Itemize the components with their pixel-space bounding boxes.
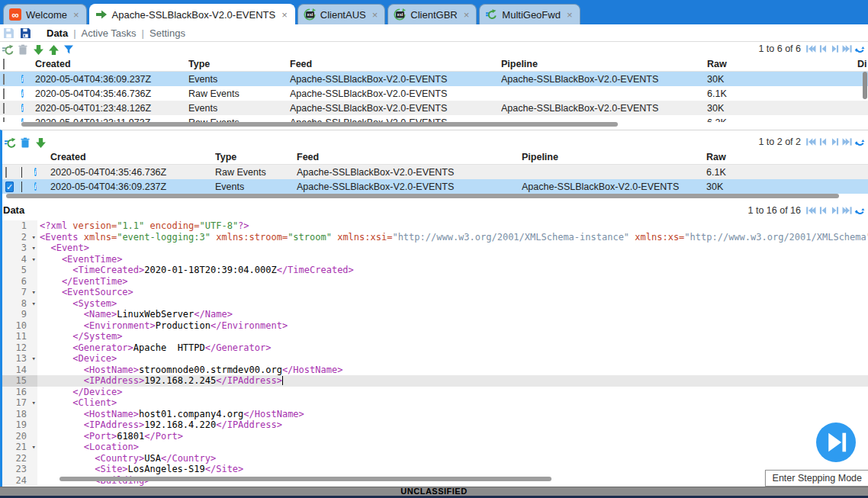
fold-icon[interactable]: ▾ [32,254,36,265]
close-icon[interactable]: × [567,9,573,21]
code-line[interactable]: 9 <Name>LinuxWebServer</Name> [2,309,868,320]
fold-icon[interactable]: ▾ [32,397,36,409]
code-line[interactable]: 14 <HostName>stroomnode00.strmdev00.org<… [2,365,868,376]
code-line[interactable]: 6 </EventTime> [2,276,868,288]
refresh-icon[interactable] [854,205,865,216]
process-icon[interactable] [5,137,16,149]
code-line[interactable]: 12 <Generator>Apache HTTPD</Generator> [2,342,868,354]
stepping-mode-button[interactable] [816,422,856,462]
column-header: Type [215,152,297,162]
horizontal-scrollbar[interactable] [21,122,618,127]
fold-icon[interactable]: ▾ [32,287,36,298]
refresh-icon[interactable] [854,137,865,147]
fold-icon[interactable]: ▾ [32,298,36,310]
first-page-icon[interactable] [805,137,816,147]
save-all-icon[interactable] [20,27,31,39]
row-checkbox[interactable] [3,88,5,99]
fold-icon[interactable]: ▾ [32,232,36,243]
select-all-checkbox[interactable] [3,59,5,69]
tab-label: ClientGBR [410,9,457,21]
tab-multigeofwd[interactable]: MultiGeoFwd × [479,4,580,24]
feed-cell: Apache-SSLBlackBox-V2.0-EVENTS [297,182,522,192]
first-page-icon[interactable] [805,205,816,216]
delete-icon[interactable] [20,137,31,149]
code-line[interactable]: 3▾ <Event> [2,243,868,254]
xsl-icon: xsl [394,8,406,21]
info-icon[interactable]: i [21,75,24,83]
tab-welcome[interactable]: ∞ Welcome × [3,4,87,24]
expander-icon[interactable] [21,167,22,178]
code-line[interactable]: 17▾ <Client> [2,397,868,409]
code-line[interactable]: 7▾ <EventSource> [2,287,868,298]
download-icon[interactable] [35,137,47,149]
expander-icon[interactable] [21,182,22,192]
code-line[interactable]: 22 <Country>USA</Country> [2,453,868,464]
tab-clientgbr[interactable]: xsl ClientGBR × [387,4,477,24]
tab-data[interactable]: Data [47,27,68,39]
prev-page-icon[interactable] [818,137,828,147]
row-checkbox[interactable] [3,103,5,114]
move-down-icon[interactable] [33,44,44,56]
vertical-scrollbar[interactable] [863,72,867,99]
code-line[interactable]: 23 <Site>LosAngeles-S19</Site> [2,464,868,475]
code-line[interactable]: 21▾ <Location> [2,442,868,453]
close-icon[interactable]: × [464,9,470,21]
table-row[interactable]: i 2020-05-04T04:35:46.736Z Raw Events Ap… [0,86,868,101]
feed-cell: Apache-SSLBlackBox-V2.0-EVENTS [290,74,501,85]
code-line[interactable]: 11 </System> [2,331,868,342]
row-checkbox[interactable] [3,117,5,123]
close-icon[interactable]: × [281,9,288,21]
process-icon[interactable] [2,44,14,56]
row-checkbox-checked[interactable]: ✓ [5,182,14,192]
row-checkbox[interactable] [5,167,7,178]
code-line[interactable]: 20 <Port>61801</Port> [2,431,868,442]
code-line[interactable]: 2▾<Events xmlns="event-logging:3" xmlns:… [2,232,868,243]
next-page-icon[interactable] [830,43,841,54]
table-row[interactable]: i 2020-05-04T04:36:09.237Z Events Apache… [0,72,868,86]
fold-icon[interactable]: ▾ [32,353,36,365]
row-checkbox[interactable] [3,74,5,85]
next-page-icon[interactable] [830,137,841,147]
fold-icon[interactable]: ▾ [32,243,36,254]
code-line[interactable]: 8▾ <System> [2,298,868,310]
table-row[interactable]: ✓ i 2020-05-04T04:36:09.237Z Events Apac… [2,179,868,194]
code-line[interactable]: 10 <Environment>Production</Environment> [2,320,868,332]
prev-page-icon[interactable] [818,205,828,216]
info-icon[interactable]: i [21,104,24,112]
table-row[interactable]: i 2020-05-04T04:35:46.736Z Raw Events Ap… [2,165,868,179]
last-page-icon[interactable] [842,205,853,216]
next-page-icon[interactable] [830,205,841,216]
prev-page-icon[interactable] [818,43,828,54]
refresh-icon[interactable] [854,43,865,54]
code-line[interactable]: 18 <HostName>host01.company4.org</HostNa… [2,409,868,420]
info-icon[interactable]: i [21,89,24,98]
close-icon[interactable]: × [73,9,79,21]
code-line[interactable]: 13▾ <Device> [2,353,868,365]
first-page-icon[interactable] [805,43,816,54]
code-line[interactable]: 5 <TimeCreated>2020-01-18T20:39:04.000Z<… [2,265,868,276]
tab-clientaus[interactable]: xsl ClientAUS × [297,4,386,24]
code-line[interactable]: 16 </Device> [2,387,868,398]
move-up-icon[interactable] [48,44,59,56]
code-line[interactable]: 4▾ <EventTime> [2,254,868,265]
close-icon[interactable]: × [372,9,378,21]
code-editor[interactable]: 1<?xml version="1.1" encoding="UTF-8"?>2… [2,220,868,487]
table-row[interactable]: i 2020-05-04T01:23:48.126Z Events Apache… [0,101,868,115]
tab-active-tasks[interactable]: Active Tasks [82,27,137,39]
code-line[interactable]: 19 <IPAddress>192.168.4.220</IPAddress> [2,419,868,431]
table-row[interactable]: i 2020-05-04T01:23:11.973Z Raw Events Ap… [0,115,868,122]
last-page-icon[interactable] [842,43,853,54]
tab-apache-events[interactable]: Apache-SSLBlackBox-V2.0-EVENTS × [89,4,295,24]
delete-icon[interactable] [18,44,29,56]
info-icon[interactable]: i [34,182,37,191]
tab-settings[interactable]: Settings [149,27,185,39]
save-icon[interactable] [3,27,14,39]
info-icon[interactable]: i [34,168,37,176]
fold-icon[interactable]: ▾ [32,442,36,453]
horizontal-scrollbar[interactable] [59,477,551,481]
code-line[interactable]: 15 <IPAddress>192.168.2.245</IPAddress> [2,375,868,387]
horizontal-scrollbar[interactable] [6,194,839,198]
last-page-icon[interactable] [842,137,853,147]
code-line[interactable]: 1<?xml version="1.1" encoding="UTF-8"?> [2,220,868,232]
filter-icon[interactable] [63,44,75,56]
